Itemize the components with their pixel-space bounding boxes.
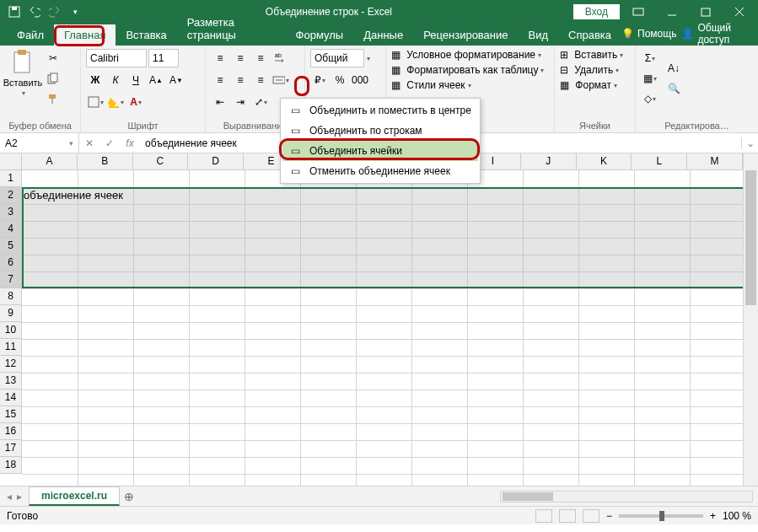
- column-header[interactable]: B: [78, 153, 133, 170]
- tab-home[interactable]: Главная: [54, 24, 116, 46]
- column-header[interactable]: A: [22, 153, 78, 170]
- cut-icon[interactable]: ✂: [44, 49, 62, 67]
- vertical-scrollbar[interactable]: [743, 153, 758, 486]
- column-header[interactable]: K: [577, 153, 632, 170]
- sort-filter-icon[interactable]: A↓: [664, 59, 683, 78]
- tab-data[interactable]: Данные: [353, 24, 413, 46]
- close-icon[interactable]: [724, 0, 755, 24]
- sheet-tab-active[interactable]: microexcel.ru: [29, 486, 120, 506]
- select-all-corner[interactable]: [0, 153, 22, 170]
- column-header[interactable]: J: [521, 153, 577, 170]
- tab-view[interactable]: Вид: [519, 24, 559, 46]
- column-header[interactable]: L: [632, 153, 687, 170]
- column-header[interactable]: M: [687, 153, 743, 170]
- row-header[interactable]: 11: [0, 339, 22, 356]
- hscroll-thumb[interactable]: [503, 492, 553, 501]
- vscroll-thumb[interactable]: [745, 170, 756, 305]
- number-format-select[interactable]: [310, 49, 364, 67]
- autosum-icon[interactable]: Σ▾: [641, 49, 659, 67]
- zoom-out-button[interactable]: −: [606, 510, 612, 522]
- font-color-icon[interactable]: A▾: [126, 93, 145, 111]
- fill-icon[interactable]: ▦▾: [641, 69, 659, 88]
- row-header[interactable]: 16: [0, 423, 22, 440]
- zoom-slider[interactable]: [619, 514, 703, 518]
- tab-file[interactable]: Файл: [7, 24, 54, 46]
- paste-button[interactable]: Вставить ▾: [5, 49, 40, 108]
- menu-merge-across[interactable]: ▭Объединить по строкам: [282, 121, 478, 141]
- ribbon-display-icon[interactable]: [623, 0, 653, 24]
- underline-button[interactable]: Ч: [126, 71, 145, 89]
- row-header[interactable]: 7: [0, 271, 22, 288]
- cell-styles-button[interactable]: ▦ Стили ячеек▾: [391, 79, 549, 91]
- cancel-formula-icon[interactable]: ✕: [79, 137, 99, 149]
- menu-merge-center[interactable]: ▭Объединить и поместить в центре: [282, 100, 478, 121]
- format-as-table-button[interactable]: ▦ Форматировать как таблицу▾: [391, 64, 549, 76]
- align-right-icon[interactable]: ≡: [251, 71, 270, 89]
- find-select-icon[interactable]: 🔍: [664, 79, 683, 98]
- undo-icon[interactable]: [25, 3, 44, 21]
- format-cells-button[interactable]: ▦ Формат▾: [560, 79, 630, 91]
- merge-center-button[interactable]: ▾: [271, 71, 290, 89]
- view-page-break-icon[interactable]: [583, 509, 599, 523]
- enter-formula-icon[interactable]: ✓: [99, 137, 120, 149]
- sheet-prev-icon[interactable]: ◂: [7, 491, 12, 502]
- tell-me-button[interactable]: 💡Помощь: [621, 28, 676, 40]
- view-page-layout-icon[interactable]: [559, 509, 576, 523]
- zoom-in-button[interactable]: +: [710, 510, 716, 522]
- align-middle-icon[interactable]: ≡: [231, 49, 250, 67]
- minimize-icon[interactable]: [657, 0, 687, 24]
- row-header[interactable]: 14: [0, 390, 22, 406]
- add-sheet-button[interactable]: ⊕: [120, 490, 138, 503]
- copy-icon[interactable]: [44, 69, 62, 88]
- share-button[interactable]: 👤Общий доступ: [681, 22, 750, 46]
- wrap-text-icon[interactable]: ab: [271, 49, 290, 67]
- row-header[interactable]: 18: [0, 457, 22, 474]
- row-header[interactable]: 6: [0, 255, 22, 271]
- increase-font-icon[interactable]: A▲: [147, 71, 165, 89]
- orientation-icon[interactable]: ⤢▾: [251, 93, 270, 111]
- align-left-icon[interactable]: ≡: [211, 71, 229, 89]
- row-header[interactable]: 12: [0, 356, 22, 373]
- zoom-handle[interactable]: [659, 511, 664, 521]
- fill-color-icon[interactable]: ▾: [106, 93, 125, 111]
- column-header[interactable]: D: [188, 153, 244, 170]
- row-header[interactable]: 17: [0, 440, 22, 457]
- font-size-input[interactable]: [148, 49, 179, 67]
- menu-unmerge[interactable]: ▭Отменить объединение ячеек: [282, 161, 478, 181]
- row-header[interactable]: 15: [0, 406, 22, 423]
- fx-icon[interactable]: fx: [120, 137, 140, 149]
- row-header[interactable]: 2: [0, 187, 22, 204]
- row-header[interactable]: 13: [0, 373, 22, 390]
- menu-merge-cells[interactable]: ▭Объединить ячейки: [282, 141, 478, 161]
- login-button[interactable]: Вход: [573, 4, 620, 19]
- insert-cells-button[interactable]: ⊞ Вставить▾: [560, 49, 630, 61]
- name-box[interactable]: A2▾: [0, 133, 79, 153]
- zoom-level[interactable]: 100 %: [723, 510, 751, 522]
- increase-indent-icon[interactable]: ⇥: [231, 93, 250, 111]
- align-bottom-icon[interactable]: ≡: [251, 49, 270, 67]
- borders-icon[interactable]: ▾: [86, 93, 105, 111]
- comma-icon[interactable]: 000: [351, 71, 369, 89]
- italic-button[interactable]: К: [106, 71, 125, 89]
- tab-page-layout[interactable]: Разметка страницы: [177, 12, 286, 46]
- percent-icon[interactable]: %: [331, 71, 349, 89]
- qat-dropdown-icon[interactable]: ▾: [66, 3, 84, 21]
- cell-A2[interactable]: объединение ячеек: [24, 189, 123, 202]
- delete-cells-button[interactable]: ⊟ Удалить▾: [560, 64, 630, 76]
- save-icon[interactable]: [5, 3, 24, 21]
- format-painter-icon[interactable]: [44, 89, 62, 108]
- bold-button[interactable]: Ж: [86, 71, 105, 89]
- row-header[interactable]: 1: [0, 170, 22, 187]
- align-top-icon[interactable]: ≡: [211, 49, 229, 67]
- currency-icon[interactable]: ₽▾: [310, 71, 329, 89]
- tab-insert[interactable]: Вставка: [116, 24, 176, 46]
- row-header[interactable]: 5: [0, 238, 22, 255]
- view-normal-icon[interactable]: [535, 509, 552, 523]
- row-header[interactable]: 9: [0, 305, 22, 322]
- align-center-icon[interactable]: ≡: [231, 71, 250, 89]
- decrease-font-icon[interactable]: A▼: [167, 71, 185, 89]
- conditional-format-button[interactable]: ▦ Условное форматирование▾: [391, 49, 549, 61]
- font-name-input[interactable]: [86, 49, 147, 67]
- redo-icon[interactable]: [46, 3, 64, 21]
- sheet-next-icon[interactable]: ▸: [17, 491, 22, 502]
